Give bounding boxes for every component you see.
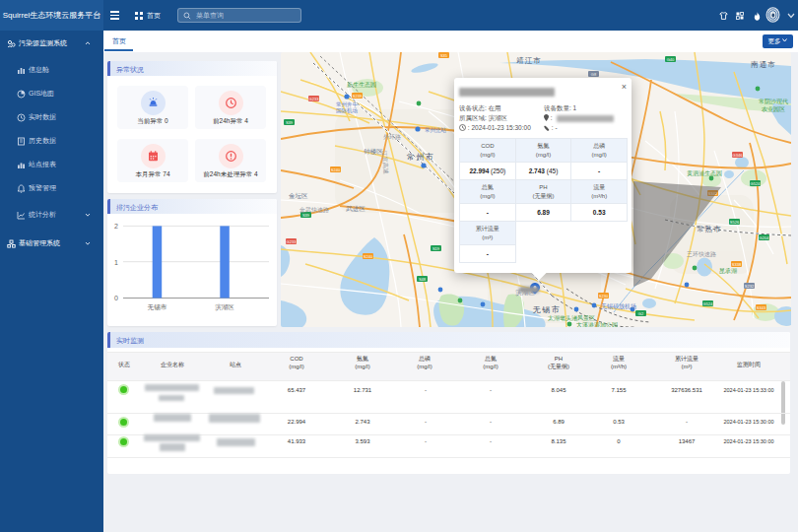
svg-text:S48: S48 <box>419 277 427 282</box>
svg-text:G346: G346 <box>733 153 744 158</box>
svg-text:常州北站: 常州北站 <box>425 127 447 134</box>
svg-text:G524: G524 <box>751 181 762 186</box>
svg-text:S240: S240 <box>364 254 373 259</box>
svg-text:南通市: 南通市 <box>750 60 776 69</box>
svg-text:黄泗浦生态园: 黄泗浦生态园 <box>687 169 722 177</box>
svg-text:常熟市: 常熟市 <box>697 225 722 233</box>
svg-text:大溪港湿地公园: 大溪港湿地公园 <box>576 321 618 327</box>
svg-text:常州市: 常州市 <box>407 153 435 162</box>
svg-text:G40: G40 <box>667 57 675 62</box>
svg-text:无锡硕放机场: 无锡硕放机场 <box>601 302 636 310</box>
svg-text:G233: G233 <box>309 97 320 101</box>
svg-text:S338: S338 <box>732 262 742 267</box>
svg-text:S19: S19 <box>432 246 440 251</box>
svg-text:滨湖区: 滨湖区 <box>215 303 234 311</box>
svg-text:武进区: 武进区 <box>345 205 366 213</box>
svg-text:G233: G233 <box>287 239 298 244</box>
svg-text:S39: S39 <box>286 120 294 125</box>
svg-text:G2: G2 <box>638 311 644 316</box>
svg-text:2: 2 <box>114 223 118 230</box>
svg-text:农业园区: 农业园区 <box>762 105 785 113</box>
svg-text:S35: S35 <box>440 53 448 58</box>
svg-text:S343: S343 <box>757 305 766 310</box>
svg-text:1: 1 <box>114 259 118 266</box>
svg-text:S239: S239 <box>353 94 363 99</box>
svg-text:0: 0 <box>114 295 118 301</box>
svg-text:无锡市: 无锡市 <box>533 305 562 314</box>
svg-text:S230: S230 <box>599 294 609 299</box>
svg-text:常阴沙现代: 常阴沙现代 <box>759 99 788 105</box>
svg-text:金坛区: 金坛区 <box>289 192 308 199</box>
svg-text:G8: G8 <box>591 72 597 77</box>
svg-text:S526: S526 <box>730 220 740 225</box>
svg-text:三环快速路: 三环快速路 <box>687 251 716 258</box>
svg-text:S240: S240 <box>331 167 341 172</box>
svg-text:无锡市: 无锡市 <box>148 303 167 311</box>
svg-text:G524: G524 <box>703 301 714 306</box>
svg-text:国际机场: 国际机场 <box>336 107 358 114</box>
svg-text:钟楼区: 钟楼区 <box>363 148 383 155</box>
svg-text:金武快速路: 金武快速路 <box>299 207 329 214</box>
svg-text:S39: S39 <box>302 213 310 218</box>
svg-text:太湖鼋头渚风景区: 太湖鼋头渚风景区 <box>548 314 595 322</box>
svg-text:外环路: 外环路 <box>383 133 401 141</box>
svg-text:S232: S232 <box>745 284 755 289</box>
svg-text:新生生态园: 新生生态园 <box>347 81 376 89</box>
svg-text:靖江市: 靖江市 <box>516 56 542 65</box>
svg-text:G204: G204 <box>760 235 770 240</box>
svg-text:昆承湖: 昆承湖 <box>719 268 737 275</box>
